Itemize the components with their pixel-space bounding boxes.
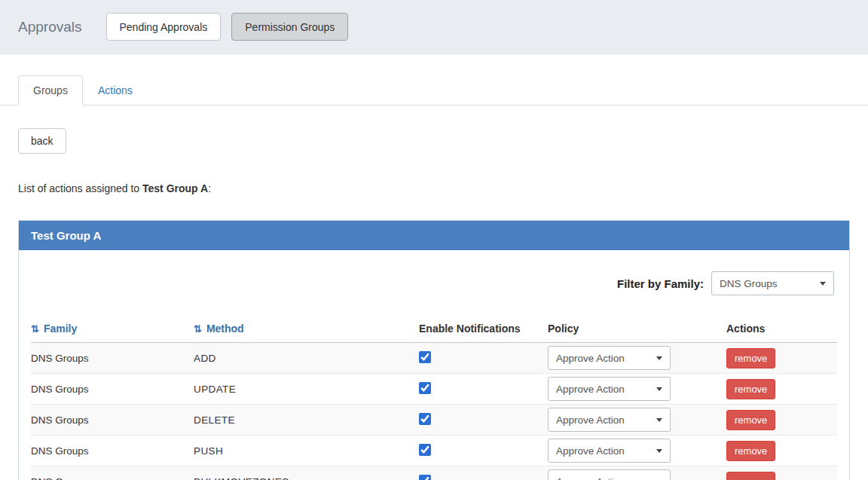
- method-cell: UPDATE: [194, 374, 419, 405]
- policy-select[interactable]: Approve Action: [548, 408, 671, 432]
- filter-label: Filter by Family:: [617, 277, 704, 290]
- intro-suffix: :: [208, 182, 211, 194]
- sort-icon: ⇅: [31, 323, 39, 335]
- policy-value: Approve Action: [556, 384, 625, 395]
- page-title: Approvals: [18, 19, 82, 35]
- policy-value: Approve Action: [556, 445, 625, 457]
- policy-select[interactable]: Approve Action: [548, 377, 671, 401]
- column-header-family-label: Family: [44, 323, 77, 335]
- pending-approvals-button[interactable]: Pending Approvals: [106, 13, 222, 41]
- notifications-checkbox[interactable]: [419, 382, 431, 394]
- tab-bar: Groups Actions: [0, 75, 868, 105]
- tab-actions[interactable]: Actions: [83, 75, 148, 105]
- notifications-checkbox[interactable]: [419, 351, 431, 363]
- chevron-down-icon: [656, 387, 662, 391]
- remove-button[interactable]: remove: [726, 410, 775, 430]
- family-cell: DNS Groups: [31, 436, 194, 466]
- remove-button[interactable]: remove: [726, 472, 775, 480]
- policy-value: Approve Action: [556, 414, 625, 426]
- permission-groups-button[interactable]: Permission Groups: [231, 13, 348, 41]
- method-cell: PUSH: [194, 436, 419, 466]
- notifications-checkbox[interactable]: [419, 444, 431, 456]
- column-header-family[interactable]: ⇅Family: [31, 315, 194, 343]
- family-filter-value: DNS Groups: [720, 278, 778, 289]
- remove-button[interactable]: remove: [726, 441, 775, 461]
- column-header-method-label: Method: [206, 323, 244, 335]
- sort-icon: ⇅: [194, 323, 202, 335]
- chevron-down-icon: [656, 449, 662, 453]
- method-cell: ADD: [194, 343, 419, 374]
- family-filter-select[interactable]: DNS Groups: [711, 271, 834, 295]
- panel-body: Filter by Family: DNS Groups ⇅Family ⇅Me…: [19, 250, 849, 480]
- method-cell: BULKMOVEZONES: [194, 466, 419, 480]
- family-cell: DNS Groups: [31, 374, 194, 405]
- policy-value: Approve Action: [556, 353, 625, 364]
- notifications-checkbox[interactable]: [419, 413, 431, 425]
- family-cell: DNS Groups: [31, 466, 194, 480]
- table-row: DNS Groups PUSH Approve Action remove: [31, 436, 837, 466]
- method-cell: DELETE: [194, 405, 419, 436]
- table-row: DNS Groups ADD Approve Action remove: [31, 343, 837, 374]
- table-header-row: ⇅Family ⇅Method Enable Notifications Pol…: [31, 315, 837, 343]
- panel-title: Test Group A: [19, 221, 849, 250]
- policy-select[interactable]: Approve Action: [548, 439, 671, 463]
- table-row: DNS Groups DELETE Approve Action remove: [31, 405, 837, 436]
- remove-button[interactable]: remove: [726, 379, 775, 399]
- group-panel: Test Group A Filter by Family: DNS Group…: [18, 220, 850, 480]
- column-header-policy: Policy: [548, 315, 726, 343]
- back-button[interactable]: back: [18, 128, 66, 154]
- intro-text: List of actions assigned to Test Group A…: [18, 182, 850, 194]
- intro-prefix: List of actions assigned to: [18, 182, 139, 194]
- notifications-checkbox[interactable]: [419, 475, 431, 480]
- policy-select[interactable]: Approve Action: [548, 346, 671, 370]
- table-row: DNS Groups BULKMOVEZONES Approve Action …: [31, 466, 837, 480]
- column-header-actions: Actions: [726, 315, 837, 343]
- actions-table: ⇅Family ⇅Method Enable Notifications Pol…: [31, 315, 837, 480]
- column-header-notifications: Enable Notifications: [419, 315, 548, 343]
- table-row: DNS Groups UPDATE Approve Action remove: [31, 374, 837, 405]
- remove-button[interactable]: remove: [726, 348, 775, 368]
- family-cell: DNS Groups: [31, 343, 194, 374]
- tab-groups[interactable]: Groups: [18, 75, 83, 105]
- column-header-method[interactable]: ⇅Method: [194, 315, 419, 343]
- chevron-down-icon: [656, 356, 662, 360]
- family-cell: DNS Groups: [31, 405, 194, 436]
- policy-select[interactable]: Approve Action: [548, 469, 671, 480]
- intro-group-name: Test Group A: [142, 182, 208, 194]
- chevron-down-icon: [820, 282, 826, 286]
- filter-row: Filter by Family: DNS Groups: [31, 271, 834, 295]
- topbar: Approvals Pending Approvals Permission G…: [0, 0, 868, 54]
- policy-value: Approve Action: [556, 476, 625, 480]
- chevron-down-icon: [656, 418, 662, 422]
